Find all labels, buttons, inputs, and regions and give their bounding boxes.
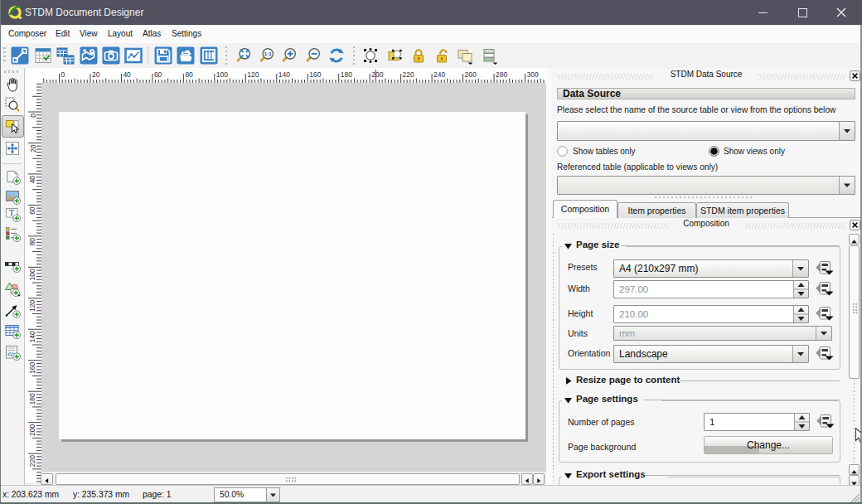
svg-text:120: 120 bbox=[29, 300, 37, 312]
svg-text:140: 140 bbox=[29, 331, 37, 342]
svg-text:80: 80 bbox=[185, 70, 193, 79]
svg-text:200: 200 bbox=[371, 70, 383, 79]
svg-text:60: 60 bbox=[29, 206, 37, 215]
svg-text:280: 280 bbox=[496, 70, 507, 79]
svg-text:160: 160 bbox=[309, 70, 321, 79]
svg-text:100: 100 bbox=[216, 70, 228, 79]
svg-text:20: 20 bbox=[92, 70, 100, 79]
svg-text:300: 300 bbox=[527, 70, 539, 79]
svg-text:T: T bbox=[9, 208, 14, 217]
svg-text:1:1: 1:1 bbox=[264, 51, 272, 56]
svg-text:160: 160 bbox=[29, 361, 37, 373]
svg-text:40: 40 bbox=[123, 70, 131, 79]
svg-text:40: 40 bbox=[29, 176, 37, 184]
svg-text:80: 80 bbox=[29, 238, 37, 246]
svg-text:200: 200 bbox=[29, 424, 37, 435]
svg-text:100: 100 bbox=[29, 269, 37, 280]
svg-text:140: 140 bbox=[278, 70, 290, 79]
svg-text:220: 220 bbox=[29, 455, 37, 467]
svg-text:260: 260 bbox=[465, 70, 477, 79]
svg-text:20: 20 bbox=[29, 144, 37, 153]
svg-text:180: 180 bbox=[341, 70, 352, 79]
svg-text:220: 220 bbox=[403, 70, 414, 79]
svg-text:120: 120 bbox=[247, 70, 259, 79]
svg-text:0: 0 bbox=[61, 70, 65, 79]
svg-text:240: 240 bbox=[433, 70, 445, 79]
svg-text:60: 60 bbox=[154, 70, 162, 79]
svg-text:180: 180 bbox=[29, 393, 37, 405]
svg-text:0: 0 bbox=[29, 114, 37, 118]
